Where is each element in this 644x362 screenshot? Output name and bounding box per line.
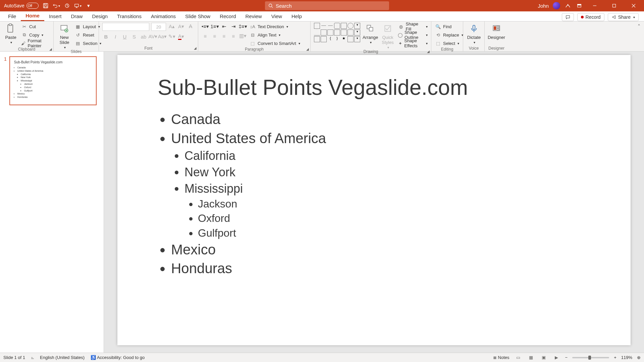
accessibility-status[interactable]: ♿ Accessibility: Good to go (91, 355, 145, 360)
reset-button[interactable]: ↺Reset (74, 31, 101, 39)
present-icon[interactable]: ▾ (74, 2, 82, 9)
copy-button[interactable]: ⧉Copy▾ (21, 31, 50, 39)
format-painter-button[interactable]: 🖌Format Painter (21, 40, 50, 47)
align-left-button[interactable]: ≡ (202, 32, 209, 40)
bullet-item[interactable]: MississippiJacksonOxfordGulfport (184, 181, 631, 240)
char-spacing-button[interactable]: AV▾ (149, 33, 157, 40)
comments-button[interactable] (562, 13, 574, 21)
spellcheck-icon[interactable]: ⎁ (31, 355, 34, 360)
clear-formatting-button[interactable]: A̶ (187, 23, 194, 30)
shape-fill-button[interactable]: ◍Shape Fill▾ (398, 23, 428, 30)
dialog-launcher-icon[interactable]: ◢ (427, 50, 430, 53)
notes-button[interactable]: ≣ Notes (493, 355, 509, 360)
bullet-item[interactable]: Honduras (17, 96, 92, 99)
highlight-button[interactable]: ✎▾ (168, 33, 175, 40)
line-spacing-button[interactable]: ‡≡▾ (239, 23, 247, 30)
bullet-item[interactable]: California (184, 148, 631, 164)
slide-thumbnail[interactable]: Sub-Bullet Points Vegaslide.com CanadaUn… (9, 56, 97, 105)
slide[interactable]: Sub-Bullet Points Vegaslide.com CanadaUn… (117, 55, 631, 345)
align-text-button[interactable]: ⊟Align Text▾ (249, 31, 300, 39)
slide-body[interactable]: CanadaUnited States of AmericaCalifornia… (117, 110, 631, 278)
bullet-item[interactable]: Canada (171, 110, 631, 129)
tab-draw[interactable]: Draw (66, 11, 87, 21)
tab-view[interactable]: View (267, 11, 287, 21)
slideshow-view-button[interactable]: ▶ (552, 354, 560, 361)
tab-insert[interactable]: Insert (44, 11, 66, 21)
tab-slide-show[interactable]: Slide Show (180, 11, 215, 21)
minimize-button[interactable] (587, 0, 602, 11)
slide-title[interactable]: Sub-Bullet Points Vegaslide.com (117, 55, 631, 110)
bullet-item[interactable]: United States of AmericaCaliforniaNew Yo… (17, 69, 92, 93)
bold-button[interactable]: B (102, 33, 110, 40)
search-input[interactable]: Search (265, 1, 389, 10)
bullet-item[interactable]: Canada (17, 66, 92, 69)
dialog-launcher-icon[interactable]: ◢ (194, 46, 197, 50)
smartart-button[interactable]: ⬚Convert to SmartArt▾ (249, 40, 300, 47)
bullet-item[interactable]: New York (184, 164, 631, 181)
new-slide-button[interactable]: New Slide▾ (57, 23, 72, 49)
bullet-item[interactable]: Oxford (198, 211, 631, 226)
dictate-button[interactable]: Dictate▾ (467, 23, 481, 44)
shrink-font-button[interactable]: A▾ (177, 23, 185, 30)
reading-view-button[interactable]: ▣ (540, 354, 548, 361)
bullet-item[interactable]: Jackson (198, 197, 631, 211)
font-family-input[interactable] (102, 23, 149, 31)
collapse-ribbon-button[interactable]: ˄ (634, 21, 644, 51)
paste-button[interactable]: Paste▾ (3, 23, 18, 44)
qat-customize-icon[interactable]: ▾ (85, 2, 92, 9)
layout-button[interactable]: ▦Layout▾ (74, 23, 101, 30)
undo-icon[interactable]: ▾ (53, 2, 60, 9)
tab-home[interactable]: Home (21, 11, 44, 21)
bullet-item[interactable]: California (21, 73, 92, 76)
dialog-launcher-icon[interactable]: ◢ (49, 47, 52, 51)
align-center-button[interactable]: ≡ (211, 32, 218, 40)
dialog-launcher-icon[interactable]: ◢ (306, 47, 309, 51)
save-icon[interactable] (42, 2, 49, 9)
bullet-item[interactable]: MississippiJacksonOxfordGulfport (21, 79, 92, 92)
strikethrough-button[interactable]: S (130, 33, 138, 40)
bullet-item[interactable]: Honduras (171, 259, 631, 278)
bullet-item[interactable]: Jackson (24, 82, 92, 86)
text-direction-button[interactable]: ↕AText Direction▾ (249, 23, 300, 30)
tab-animations[interactable]: Animations (146, 11, 180, 21)
bullet-item[interactable]: Gulfport (198, 226, 631, 240)
underline-button[interactable]: U (121, 33, 128, 40)
select-button[interactable]: ⬚Select▾ (435, 40, 463, 47)
tab-review[interactable]: Review (241, 11, 267, 21)
shape-outline-button[interactable]: ◯Shape Outline▾ (398, 31, 428, 39)
decrease-indent-button[interactable]: ⇤ (220, 23, 228, 30)
shape-effects-button[interactable]: ✦Shape Effects▾ (398, 40, 428, 47)
section-button[interactable]: ▤Section▾ (74, 40, 101, 47)
maximize-button[interactable] (606, 0, 622, 11)
designer-button[interactable]: Designer (488, 23, 505, 40)
shadow-button[interactable]: ab (140, 33, 147, 40)
columns-button[interactable]: ▥▾ (239, 32, 247, 40)
language-status[interactable]: English (United States) (40, 355, 85, 360)
tab-file[interactable]: File (3, 11, 21, 21)
bullet-item[interactable]: Mexico (171, 240, 631, 259)
tab-help[interactable]: Help (287, 11, 307, 21)
user-name[interactable]: John (538, 3, 549, 9)
zoom-out-button[interactable]: − (565, 355, 568, 360)
tab-record[interactable]: Record (215, 11, 240, 21)
bullet-item[interactable]: Oxford (24, 86, 92, 89)
record-button[interactable]: Record (577, 13, 604, 21)
bullets-button[interactable]: •≡▾ (202, 23, 209, 30)
italic-button[interactable]: I (112, 33, 119, 40)
font-color-button[interactable]: A▾ (177, 33, 185, 40)
font-size-input[interactable]: 20 (151, 23, 166, 31)
fit-to-window-button[interactable]: ⊕ (637, 355, 641, 360)
numbering-button[interactable]: 1≡▾ (211, 23, 218, 30)
slide-canvas[interactable]: Sub-Bullet Points Vegaslide.com CanadaUn… (104, 52, 644, 353)
change-case-button[interactable]: Aa▾ (159, 33, 166, 40)
zoom-level[interactable]: 119% (621, 355, 632, 360)
tab-transitions[interactable]: Transitions (112, 11, 146, 21)
replace-button[interactable]: ⟲Replace▾ (435, 31, 463, 39)
user-avatar[interactable] (553, 2, 560, 9)
increase-indent-button[interactable]: ⇥ (230, 23, 237, 30)
cut-button[interactable]: ✂Cut (21, 23, 50, 30)
close-button[interactable] (626, 0, 641, 11)
zoom-slider[interactable] (572, 357, 609, 358)
share-button[interactable]: Share▾ (608, 13, 639, 21)
ribbon-display-icon[interactable] (576, 2, 583, 9)
